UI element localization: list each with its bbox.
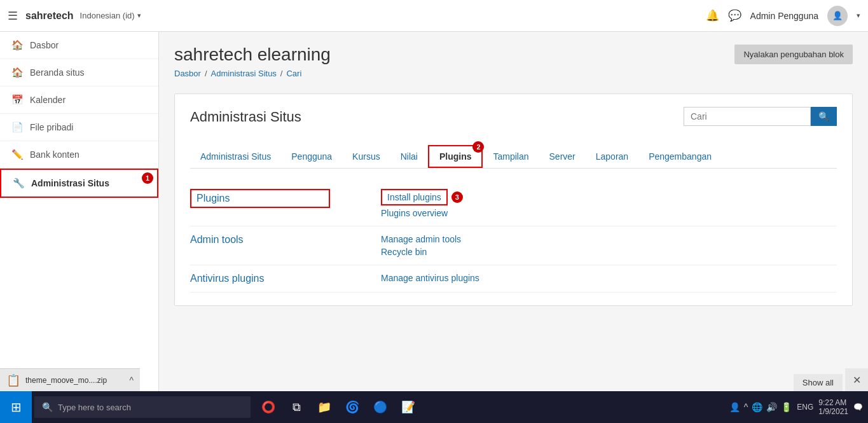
taskbar-system-tray: 👤 ^ 🌐 🔊 🔋 ENG 9:22 AM 1/9/2021 🗨️ xyxy=(729,398,868,416)
install-plugins-link[interactable]: Install plugins xyxy=(381,189,448,205)
chevron-down-icon[interactable]: ▾ xyxy=(857,11,860,20)
sidebar-item-label: Administrasi Situs xyxy=(31,178,109,188)
search-button[interactable]: 🔍 xyxy=(811,107,837,126)
home-icon: 🏠 xyxy=(11,67,24,78)
download-expand-icon[interactable]: ^ xyxy=(129,375,134,385)
taskbar: ⊞ 🔍 Type here to search ⭕ ⧉ 📁 🌀 🔵 📝 👤 ^ … xyxy=(0,391,868,423)
download-file-icon: 📋 xyxy=(6,373,20,387)
hamburger-icon[interactable]: ☰ xyxy=(8,9,18,23)
tray-volume-icon[interactable]: 🔊 xyxy=(766,402,777,412)
tray-caret-icon[interactable]: ^ xyxy=(744,402,748,412)
tray-person-icon[interactable]: 👤 xyxy=(729,402,740,412)
breadcrumb-sep-1: / xyxy=(205,69,207,78)
taskbar-explorer-icon[interactable]: 📁 xyxy=(313,396,336,419)
tab-kursus[interactable]: Kursus xyxy=(342,145,390,168)
page-header: sahretech elearning Dasbor / Administras… xyxy=(174,45,331,88)
breadcrumb: Dasbor / Administrasi Situs / Cari xyxy=(174,69,331,78)
dasbor-icon: 🏠 xyxy=(11,39,24,51)
language-selector[interactable]: Indonesian (id) xyxy=(80,11,141,20)
tab-pengembangan[interactable]: Pengembangan xyxy=(638,145,722,168)
top-nav-right: 🔔 💬 Admin Pengguna 👤 ▾ xyxy=(706,6,860,26)
taskbar-sticky-notes-icon[interactable]: 📝 xyxy=(397,396,420,419)
table-row: Admin tools Manage admin tools Recycle b… xyxy=(190,226,837,265)
calendar-icon: 📅 xyxy=(11,94,24,106)
sidebar-item-label: Beranda situs xyxy=(30,67,85,78)
wrench-icon: 🔧 xyxy=(13,177,25,189)
page-title: sahretech elearning xyxy=(174,45,331,65)
plugins-overview-link[interactable]: Plugins overview xyxy=(381,208,463,218)
bell-icon[interactable]: 🔔 xyxy=(706,9,719,22)
admin-section: Administrasi Situs 🔍 Administrasi Situs … xyxy=(174,94,853,306)
sidebar-item-dasbor[interactable]: 🏠 Dasbor xyxy=(0,32,158,59)
plugins-section-label[interactable]: Plugins xyxy=(190,189,330,208)
sidebar-item-kalender[interactable]: 📅 Kalender xyxy=(0,87,158,114)
taskbar-edge-icon[interactable]: 🔵 xyxy=(369,396,392,419)
manage-admin-tools-link[interactable]: Manage admin tools xyxy=(381,234,461,244)
sidebar-item-label: Kalender xyxy=(30,95,65,105)
tab-administrasi-situs[interactable]: Administrasi Situs xyxy=(190,145,281,168)
breadcrumb-sep-2: / xyxy=(280,69,283,78)
tab-laporan[interactable]: Laporan xyxy=(586,145,638,168)
sidebar-item-beranda-situs[interactable]: 🏠 Beranda situs xyxy=(0,59,158,87)
taskbar-app-icons: ⭕ ⧉ 📁 🌀 🔵 📝 xyxy=(257,396,420,419)
breadcrumb-dasbor[interactable]: Dasbor xyxy=(174,69,201,78)
sidebar-item-administrasi-situs[interactable]: 🔧 Administrasi Situs 1 xyxy=(0,169,158,198)
taskbar-date: 1/9/2021 xyxy=(818,407,848,416)
user-name[interactable]: Admin Pengguna xyxy=(750,11,818,21)
avatar[interactable]: 👤 xyxy=(827,6,848,26)
chat-icon[interactable]: 💬 xyxy=(728,9,741,22)
sidebar-item-label: Bank konten xyxy=(30,149,79,160)
taskbar-cortana-icon[interactable]: ⭕ xyxy=(257,396,280,419)
taskbar-search-bar[interactable]: 🔍 Type here to search xyxy=(34,396,251,418)
table-row: Antivirus plugins Manage antivirus plugi… xyxy=(190,265,837,293)
content-grid: Plugins Install plugins 3 Plugins overvi… xyxy=(190,181,837,293)
plugins-links: Install plugins 3 Plugins overview xyxy=(381,189,463,218)
search-row: 🔍 xyxy=(684,107,837,126)
file-icon: 📄 xyxy=(11,121,24,133)
antivirus-plugins-label[interactable]: Antivirus plugins xyxy=(190,273,330,284)
breadcrumb-administrasi[interactable]: Administrasi Situs xyxy=(211,69,277,78)
recycle-bin-link[interactable]: Recycle bin xyxy=(381,247,461,257)
site-name: sahretech xyxy=(25,10,74,22)
taskbar-chrome-icon[interactable]: 🌀 xyxy=(341,396,364,419)
tray-battery-icon[interactable]: 🔋 xyxy=(781,402,792,412)
taskbar-lang: ENG xyxy=(797,403,813,412)
download-filename: theme_moove_mo....zip xyxy=(25,376,124,385)
search-input[interactable] xyxy=(684,107,811,126)
tab-pengguna[interactable]: Pengguna xyxy=(281,145,342,168)
toggle-block-button[interactable]: Nyalakan pengubahan blok xyxy=(734,45,853,64)
main-content: sahretech elearning Dasbor / Administras… xyxy=(159,32,868,391)
admin-tools-label[interactable]: Admin tools xyxy=(190,234,330,246)
sidebar-item-label: Dasbor xyxy=(30,40,59,50)
taskbar-search-icon: 🔍 xyxy=(42,402,53,412)
start-button[interactable]: ⊞ xyxy=(0,391,32,423)
antivirus-links: Manage antivirus plugins xyxy=(381,273,479,283)
sidebar-item-file-pribadi[interactable]: 📄 File pribadi xyxy=(0,114,158,141)
breadcrumb-cari[interactable]: Cari xyxy=(286,69,301,78)
pencil-icon: ✏️ xyxy=(11,149,24,160)
tray-network-icon[interactable]: 🌐 xyxy=(752,402,762,412)
manage-antivirus-link[interactable]: Manage antivirus plugins xyxy=(381,273,479,283)
tab-plugins[interactable]: Plugins 2 xyxy=(428,145,483,168)
tabs-bar: Administrasi Situs Pengguna Kursus Nilai… xyxy=(190,145,837,169)
windows-icon: ⊞ xyxy=(11,399,22,415)
admin-tools-links: Manage admin tools Recycle bin xyxy=(381,234,461,257)
notification-icon[interactable]: 🗨️ xyxy=(853,403,863,412)
download-bar: 📋 theme_moove_mo....zip ^ xyxy=(0,368,140,391)
show-all-button[interactable]: Show all xyxy=(794,374,843,391)
sidebar-item-bank-konten[interactable]: ✏️ Bank konten xyxy=(0,141,158,169)
sidebar-badge: 1 xyxy=(142,172,153,184)
tab-nilai[interactable]: Nilai xyxy=(390,145,428,168)
close-download-button[interactable]: ✕ xyxy=(845,368,868,391)
sidebar: 🏠 Dasbor 🏠 Beranda situs 📅 Kalender 📄 Fi… xyxy=(0,32,159,391)
install-plugins-badge: 3 xyxy=(451,191,463,203)
taskbar-time: 9:22 AM xyxy=(818,398,848,407)
admin-section-title: Administrasi Situs xyxy=(190,109,301,125)
table-row: Plugins Install plugins 3 Plugins overvi… xyxy=(190,181,837,226)
taskbar-search-text: Type here to search xyxy=(58,403,131,412)
tray-icons: 👤 ^ 🌐 🔊 🔋 xyxy=(729,402,792,412)
tab-tampilan[interactable]: Tampilan xyxy=(483,145,539,168)
tab-server[interactable]: Server xyxy=(539,145,586,168)
taskbar-taskview-icon[interactable]: ⧉ xyxy=(285,396,308,419)
taskbar-time-date: 9:22 AM 1/9/2021 xyxy=(818,398,848,416)
